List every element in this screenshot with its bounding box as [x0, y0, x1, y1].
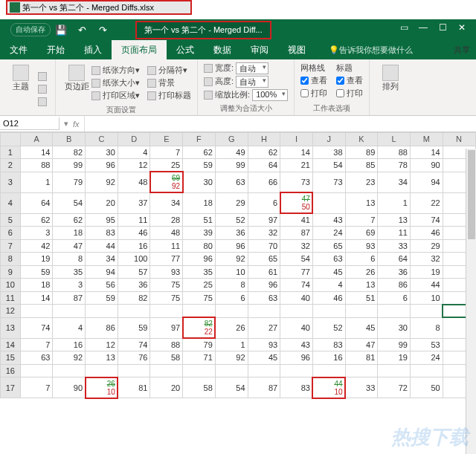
cell[interactable]: 64 — [378, 253, 411, 266]
cell[interactable]: 1 — [378, 192, 411, 213]
name-box[interactable]: O12 — [0, 117, 60, 130]
height-combo[interactable]: 自动 — [236, 76, 268, 88]
diff-cell[interactable]: 4410 — [312, 377, 345, 398]
cell[interactable]: 1 — [20, 172, 53, 192]
redo-icon[interactable]: ↷ — [96, 23, 109, 36]
cell[interactable]: 96 — [280, 351, 313, 365]
cell[interactable]: 49 — [215, 146, 248, 159]
cell[interactable]: 59 — [86, 291, 118, 305]
cell[interactable]: 38 — [312, 146, 345, 159]
cell[interactable]: 100 — [118, 253, 150, 266]
cell[interactable]: 10 — [215, 265, 248, 279]
cell[interactable]: 63 — [20, 351, 53, 365]
cell[interactable]: 50 — [410, 377, 443, 398]
col-header[interactable]: M — [410, 133, 443, 146]
save-icon[interactable]: 💾 — [54, 23, 68, 36]
cell[interactable] — [248, 364, 280, 377]
cell[interactable]: 88 — [378, 146, 411, 159]
cell[interactable]: 73 — [312, 172, 345, 192]
cell[interactable]: 43 — [280, 338, 313, 351]
row-header[interactable]: 6 — [1, 227, 21, 240]
breaks-button[interactable]: 分隔符 ▾ — [147, 64, 191, 77]
row-header[interactable]: 1 — [1, 146, 21, 159]
cell[interactable]: 3 — [53, 279, 86, 292]
cell[interactable]: 56 — [86, 279, 118, 292]
cell[interactable] — [215, 305, 248, 318]
cell[interactable]: 36 — [378, 265, 411, 279]
gridlines-view-check[interactable] — [300, 77, 309, 85]
row-header[interactable]: 14 — [1, 338, 21, 351]
cell[interactable]: 24 — [312, 227, 345, 240]
col-header[interactable]: B — [53, 133, 86, 146]
cell[interactable]: 7 — [345, 213, 378, 227]
cell[interactable]: 87 — [53, 291, 86, 305]
theme-fonts[interactable] — [38, 82, 49, 95]
row-header[interactable]: 17 — [1, 377, 21, 398]
cell[interactable] — [118, 305, 150, 318]
cell[interactable] — [150, 364, 183, 377]
cell[interactable]: 12 — [86, 338, 118, 351]
cell[interactable]: 30 — [183, 172, 216, 192]
scale-combo[interactable]: 100% — [252, 89, 288, 101]
cell[interactable]: 14 — [20, 146, 53, 159]
close-icon[interactable]: ✕ — [452, 22, 472, 37]
cell[interactable] — [150, 305, 183, 318]
cell[interactable] — [215, 364, 248, 377]
cell[interactable]: 74 — [20, 317, 53, 338]
cell[interactable]: 64 — [20, 192, 53, 213]
cell[interactable]: 96 — [86, 159, 118, 172]
headings-print-check[interactable] — [336, 89, 344, 97]
cell[interactable]: 19 — [410, 265, 443, 279]
cell[interactable]: 14 — [410, 146, 443, 159]
cell[interactable]: 7 — [150, 146, 183, 159]
cell[interactable]: 25 — [150, 159, 183, 172]
col-header[interactable]: J — [312, 133, 345, 146]
cell[interactable]: 19 — [378, 351, 411, 365]
headings-view-check[interactable] — [336, 77, 344, 85]
margins-button[interactable]: 页边距 — [62, 62, 91, 114]
print-titles-button[interactable]: 打印标题 — [147, 89, 191, 102]
diff-cell[interactable]: 2610 — [86, 377, 118, 398]
cell[interactable]: 54 — [312, 159, 345, 172]
cell[interactable]: 72 — [378, 377, 411, 398]
themes-button[interactable]: 主题 — [6, 62, 36, 114]
cell[interactable] — [20, 305, 53, 318]
orientation-button[interactable]: 纸张方向 ▾ — [91, 64, 140, 77]
cell[interactable]: 16 — [53, 338, 86, 351]
fx-icon[interactable]: fx — [68, 120, 84, 129]
cell[interactable]: 62 — [20, 213, 53, 227]
diff-cell[interactable]: 6992 — [150, 172, 183, 192]
cell[interactable]: 86 — [86, 317, 118, 338]
cell[interactable]: 26 — [345, 265, 378, 279]
spreadsheet-grid[interactable]: ABCDEFGHIJKLMN11482304762496214388988142… — [0, 132, 476, 398]
cell[interactable]: 92 — [53, 351, 86, 365]
cell[interactable]: 20 — [150, 377, 183, 398]
col-header[interactable]: K — [345, 133, 378, 146]
tab-home[interactable]: 开始 — [37, 40, 74, 60]
cell[interactable]: 34 — [150, 192, 183, 213]
cell[interactable] — [410, 364, 443, 377]
cell[interactable]: 46 — [118, 227, 150, 240]
formula-input[interactable] — [84, 116, 476, 132]
cell[interactable]: 75 — [150, 291, 183, 305]
cell[interactable] — [183, 305, 216, 318]
col-header[interactable]: D — [118, 133, 150, 146]
cell[interactable]: 6 — [215, 291, 248, 305]
cell[interactable]: 40 — [280, 317, 313, 338]
col-header[interactable]: F — [183, 133, 216, 146]
cell[interactable]: 64 — [248, 159, 280, 172]
col-header[interactable]: A — [20, 133, 53, 146]
cell[interactable]: 11 — [118, 213, 150, 227]
cell[interactable]: 35 — [53, 265, 86, 279]
cell[interactable] — [345, 364, 378, 377]
cell[interactable]: 48 — [118, 172, 150, 192]
cell[interactable]: 8 — [410, 317, 443, 338]
cell[interactable]: 33 — [345, 377, 378, 398]
cell[interactable]: 13 — [378, 213, 411, 227]
cell[interactable]: 10 — [410, 291, 443, 305]
col-header[interactable]: H — [248, 133, 280, 146]
tab-view[interactable]: 视图 — [278, 40, 315, 60]
col-header[interactable]: L — [378, 133, 411, 146]
cell[interactable]: 30 — [86, 146, 118, 159]
width-combo[interactable]: 自动 — [236, 62, 268, 74]
